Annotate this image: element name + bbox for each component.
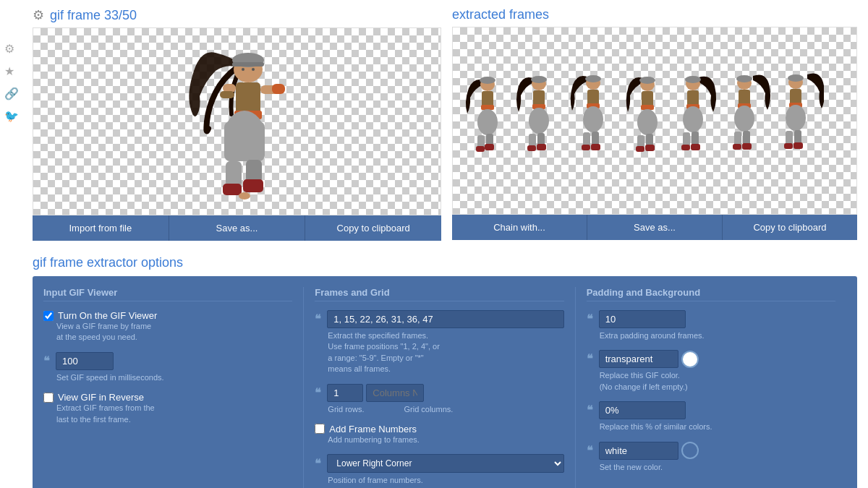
import-from-file-button[interactable]: Import from file	[33, 215, 169, 241]
svg-point-49	[637, 109, 658, 135]
svg-rect-38	[587, 90, 599, 106]
position-select[interactable]: Lower Right Corner Lower Left Corner Upp…	[327, 454, 563, 473]
svg-rect-13	[226, 161, 242, 187]
frames-grid-column-title: Frames and Grid	[315, 287, 563, 301]
add-frame-numbers-option: Add Frame Numbers Add numbering to frame…	[315, 424, 563, 445]
svg-rect-71	[742, 143, 752, 150]
gif-viewer-panel: ⚙ gif frame 33/50	[33, 7, 441, 241]
character-sprite	[179, 42, 295, 201]
svg-rect-47	[642, 91, 653, 107]
color-replace-input[interactable]	[599, 350, 678, 368]
position-option: ❝ Lower Right Corner Lower Left Corner U…	[315, 454, 563, 486]
svg-rect-10	[220, 91, 234, 98]
add-frame-numbers-desc: Add numbering to frames.	[328, 435, 563, 445]
svg-point-19	[480, 77, 495, 84]
padding-input[interactable]	[599, 310, 686, 328]
turn-on-viewer-option: Turn On the GIF Viewer View a GIF frame …	[43, 310, 292, 343]
add-frame-numbers-checkbox[interactable]	[315, 424, 325, 434]
frame-5	[671, 70, 718, 171]
options-panel: Input GIF Viewer Turn On the GIF Viewer …	[33, 276, 857, 488]
add-frame-numbers-label[interactable]: Add Frame Numbers	[315, 424, 563, 435]
svg-rect-12	[272, 84, 285, 94]
speed-input[interactable]	[56, 352, 114, 370]
svg-rect-34	[527, 145, 536, 151]
turn-on-viewer-label[interactable]: Turn On the GIF Viewer	[43, 310, 292, 321]
quote-icon-color-replace: ❝	[587, 352, 593, 366]
extracted-copy-button[interactable]: Copy to clipboard	[723, 215, 857, 240]
frame-6	[724, 70, 771, 171]
input-gif-column-title: Input GIF Viewer	[43, 287, 292, 301]
new-color-swatch[interactable]	[681, 442, 699, 459]
svg-point-22	[477, 109, 498, 135]
frames-input-desc: Extract the specified frames. Use frame …	[328, 330, 563, 375]
svg-rect-8	[224, 121, 265, 161]
svg-rect-62	[691, 144, 700, 150]
extracted-frames-display	[452, 27, 857, 215]
view-reverse-checkbox[interactable]	[43, 393, 54, 403]
svg-rect-20	[482, 91, 493, 107]
twitter-icon[interactable]: 🐦	[4, 109, 19, 123]
frame-4	[618, 70, 665, 171]
gear-icon[interactable]: ⚙	[4, 42, 19, 56]
extracted-actions: Chain with... Save as... Copy to clipboa…	[452, 215, 857, 240]
padding-option: ❝ Extra padding around frames.	[587, 310, 835, 341]
similarity-input[interactable]	[599, 401, 686, 419]
turn-on-viewer-checkbox[interactable]	[43, 311, 54, 321]
svg-rect-15	[223, 184, 242, 195]
chain-with-button[interactable]: Chain with...	[452, 215, 587, 240]
copy-to-clipboard-button[interactable]: Copy to clipboard	[305, 215, 441, 241]
svg-point-28	[531, 76, 547, 83]
svg-point-64	[736, 75, 752, 82]
quote-icon-new-color: ❝	[587, 444, 593, 458]
star-icon[interactable]: ★	[4, 64, 19, 78]
grid-option: ❝ Grid rows. Grid columns.	[315, 384, 563, 415]
extracted-frames-title: extracted frames	[452, 7, 857, 22]
frames-grid-column: Frames and Grid ❝ Extract the specified …	[304, 287, 575, 488]
svg-rect-25	[476, 146, 485, 152]
gif-title-gear-icon: ⚙	[33, 7, 44, 23]
svg-point-58	[683, 106, 703, 132]
view-reverse-option: View GIF in Reverse Extract GIF frames f…	[43, 392, 292, 425]
svg-rect-52	[636, 146, 644, 152]
link-icon[interactable]: 🔗	[4, 87, 19, 100]
quote-icon-similarity: ❝	[587, 403, 593, 417]
svg-rect-2	[232, 62, 264, 67]
color-replace-option: ❝ Replace this GIF color. (No change if …	[587, 350, 835, 393]
position-desc: Position of frame numbers.	[328, 475, 563, 486]
options-section: gif frame extractor options Input GIF Vi…	[33, 255, 857, 488]
speed-desc: Set GIF speed in milliseconds.	[56, 372, 292, 383]
svg-rect-21	[481, 105, 494, 110]
view-reverse-label[interactable]: View GIF in Reverse	[43, 392, 292, 403]
save-as-button[interactable]: Save as...	[169, 215, 306, 241]
grid-cols-input[interactable]	[366, 384, 424, 402]
options-title: gif frame extractor options	[33, 255, 857, 270]
turn-on-viewer-desc: View a GIF frame by frame at the speed y…	[56, 321, 292, 343]
svg-rect-74	[790, 89, 801, 105]
frame-3	[566, 70, 613, 171]
gif-viewer-title: gif frame 33/50	[50, 8, 137, 23]
frame-7	[777, 70, 824, 171]
grid-rows-input[interactable]	[327, 384, 363, 402]
frame-1	[460, 70, 507, 171]
similarity-desc: Replace this % of similar colors.	[600, 421, 835, 432]
svg-rect-35	[537, 144, 546, 150]
svg-point-31	[529, 108, 549, 134]
gif-viewer-actions: Import from file Save as... Copy to clip…	[33, 215, 441, 241]
grid-desc: Grid rows. Grid columns.	[328, 404, 563, 415]
extracted-frames-panel: extracted frames	[452, 7, 857, 241]
svg-rect-61	[681, 145, 690, 150]
svg-point-3	[242, 68, 244, 71]
svg-point-46	[639, 77, 655, 84]
padding-desc: Extra padding around frames.	[600, 330, 835, 341]
view-reverse-desc: Extract GIF frames from the last to the …	[56, 403, 292, 425]
frames-input[interactable]	[327, 310, 563, 328]
svg-rect-43	[582, 145, 590, 150]
svg-rect-26	[485, 144, 494, 150]
input-gif-column: Input GIF Viewer Turn On the GIF Viewer …	[43, 287, 304, 488]
svg-rect-16	[243, 179, 263, 192]
new-color-input[interactable]	[599, 442, 678, 460]
color-replace-swatch[interactable]	[681, 351, 699, 368]
svg-point-76	[786, 105, 806, 131]
svg-rect-56	[687, 90, 699, 106]
extracted-save-as-button[interactable]: Save as...	[587, 215, 723, 240]
